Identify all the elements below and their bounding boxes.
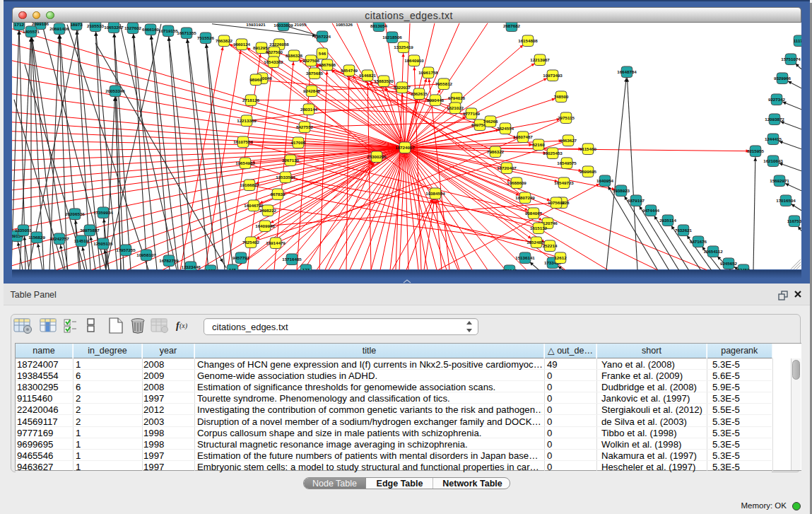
svg-text:114519: 114519 [74, 238, 89, 243]
svg-text:19166827: 19166827 [240, 182, 259, 187]
svg-text:3498222: 3498222 [259, 207, 277, 212]
svg-text:945: 945 [229, 267, 237, 269]
svg-text:9115460: 9115460 [579, 146, 596, 151]
svg-text:16549575: 16549575 [557, 160, 577, 165]
svg-text:11171: 11171 [794, 37, 801, 42]
svg-text:1075692: 1075692 [548, 199, 565, 204]
svg-text:1085326: 1085326 [336, 23, 353, 27]
svg-text:12323448: 12323448 [181, 264, 201, 269]
svg-text:10025453: 10025453 [543, 150, 563, 155]
svg-text:15931921: 15931921 [246, 23, 266, 27]
svg-text:15720407: 15720407 [497, 165, 517, 170]
svg-text:8322037: 8322037 [394, 84, 411, 89]
svg-text:1640954: 1640954 [596, 177, 614, 182]
svg-text:7986322: 7986322 [487, 148, 505, 153]
svg-text:7515526: 7515526 [197, 35, 215, 40]
svg-text:12612: 12612 [554, 255, 567, 259]
svg-text:10688609: 10688609 [507, 180, 526, 185]
svg-text:1244415: 1244415 [765, 136, 782, 141]
svg-text:1712: 1712 [14, 23, 24, 27]
svg-text:6879197: 6879197 [628, 197, 645, 202]
svg-text:15751074: 15751074 [781, 56, 801, 61]
svg-text:10961758: 10961758 [418, 69, 438, 74]
svg-text:2105533: 2105533 [87, 23, 105, 28]
svg-text:23300295: 23300295 [367, 153, 387, 158]
svg-text:2803144: 2803144 [300, 106, 318, 111]
svg-text:16543362: 16543362 [264, 59, 283, 64]
svg-text:19218506: 19218506 [382, 34, 402, 39]
svg-text:3624554: 3624554 [497, 125, 514, 130]
svg-text:8813054: 8813054 [370, 23, 388, 28]
svg-text:16033809: 16033809 [273, 23, 293, 28]
svg-text:7663822: 7663822 [216, 37, 233, 42]
svg-text:12213369: 12213369 [237, 117, 257, 122]
svg-text:7625402: 7625402 [242, 239, 260, 244]
svg-text:2099106: 2099106 [32, 23, 49, 26]
svg-text:7632621: 7632621 [675, 227, 693, 232]
svg-text:18724007: 18724007 [395, 144, 415, 149]
svg-text:9327508: 9327508 [302, 57, 320, 62]
svg-text:62160: 62160 [532, 141, 545, 146]
svg-text:116753: 116753 [787, 218, 801, 223]
svg-text:19654983: 19654983 [235, 160, 255, 165]
svg-text:748500: 748500 [554, 93, 569, 98]
svg-text:9457791: 9457791 [233, 255, 250, 259]
svg-text:16154808: 16154808 [518, 37, 538, 42]
svg-text:10973493: 10973493 [543, 72, 563, 77]
svg-text:16409948: 16409948 [255, 223, 275, 228]
svg-text:23226058: 23226058 [269, 41, 289, 46]
svg-text:10958107: 10958107 [136, 252, 156, 257]
svg-text:13533594: 13533594 [276, 174, 295, 179]
svg-text:123: 123 [302, 267, 310, 269]
svg-text:252214: 252214 [543, 243, 558, 247]
svg-text:8186328: 8186328 [286, 52, 303, 57]
svg-text:30975857: 30975857 [80, 227, 100, 232]
svg-text:1615132: 1615132 [530, 225, 548, 230]
svg-text:1362615: 1362615 [411, 90, 428, 95]
svg-text:16210643: 16210643 [763, 158, 783, 163]
svg-text:1156829: 1156829 [28, 234, 45, 239]
svg-text:16671355: 16671355 [177, 30, 196, 35]
svg-text:917006: 917006 [291, 139, 306, 144]
svg-text:15883520: 15883520 [374, 78, 394, 83]
svg-text:(x): (x) [180, 322, 188, 330]
svg-text:9327500: 9327500 [266, 49, 283, 54]
svg-text:546: 546 [319, 50, 326, 55]
svg-text:17016504: 17016504 [776, 197, 796, 202]
svg-text:20691406: 20691406 [49, 25, 69, 30]
svg-text:9245652: 9245652 [720, 260, 738, 265]
svg-text:12093872: 12093872 [765, 116, 784, 121]
svg-text:9660124: 9660124 [233, 41, 251, 46]
svg-text:1335051: 1335051 [15, 227, 33, 232]
svg-text:16914479: 16914479 [266, 240, 286, 245]
svg-text:2935114: 2935114 [659, 217, 676, 222]
svg-text:9242848: 9242848 [303, 88, 321, 93]
svg-text:10719155: 10719155 [158, 28, 178, 33]
svg-text:15716485: 15716485 [282, 256, 302, 261]
svg-text:9329966: 9329966 [774, 75, 792, 80]
svg-text:1405571: 1405571 [23, 28, 40, 33]
svg-text:2718126: 2718126 [242, 97, 260, 102]
svg-text:8427552: 8427552 [296, 124, 314, 129]
svg-text:746266: 746266 [483, 118, 498, 123]
svg-text:8471676: 8471676 [690, 238, 707, 243]
svg-text:98960: 98960 [249, 76, 262, 81]
svg-text:12242757: 12242757 [49, 235, 69, 240]
svg-text:12213967: 12213967 [530, 57, 550, 62]
svg-text:15692971: 15692971 [770, 177, 789, 182]
svg-text:20206536: 20206536 [65, 211, 85, 216]
svg-text:16782759: 16782759 [159, 257, 179, 262]
svg-text:17957255: 17957255 [116, 247, 136, 252]
svg-text:9463627: 9463627 [560, 137, 577, 142]
svg-text:3267130: 3267130 [282, 157, 300, 162]
svg-text:10653267: 10653267 [104, 24, 124, 29]
svg-text:16648784: 16648784 [617, 69, 637, 74]
svg-text:3875685: 3875685 [306, 70, 324, 75]
svg-text:9227342: 9227342 [768, 96, 786, 101]
svg-text:18640910: 18640910 [404, 57, 424, 62]
svg-text:867833: 867833 [271, 191, 286, 196]
svg-text:173342: 173342 [502, 267, 517, 269]
svg-text:8215955: 8215955 [747, 148, 765, 153]
svg-text:10807487: 10807487 [513, 134, 533, 139]
svg-text:16107554: 16107554 [233, 139, 253, 144]
